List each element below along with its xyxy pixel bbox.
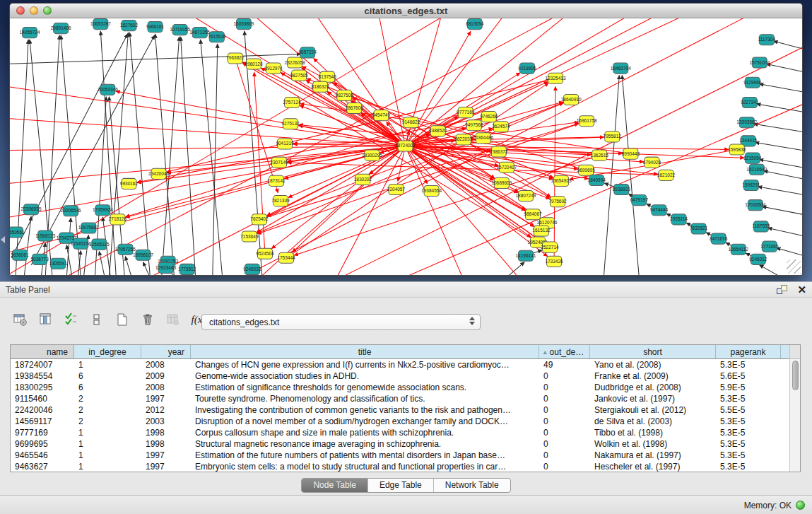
- graph-node[interactable]: 20364486: [473, 133, 493, 144]
- graph-node[interactable]: 1527602: [120, 21, 139, 31]
- graph-node[interactable]: 2718126: [109, 214, 127, 225]
- graph-node[interactable]: 1599291: [742, 180, 760, 190]
- graph-node[interactable]: 7386372: [490, 146, 508, 157]
- column-header-out_de[interactable]: ▵out_de…: [539, 345, 590, 358]
- graph-node[interactable]: 3624574: [492, 122, 510, 132]
- graph-node[interactable]: 19384554: [421, 185, 442, 196]
- graph-node[interactable]: 7615526: [208, 32, 226, 42]
- graph-node[interactable]: 1873141: [267, 175, 286, 186]
- graph-node[interactable]: 1840994: [588, 175, 606, 185]
- network-window-titlebar[interactable]: citations_edges.txt: [10, 4, 802, 18]
- graph-node[interactable]: 6650561: [10, 227, 25, 238]
- graph-node[interactable]: 16210643: [746, 164, 767, 175]
- graph-node[interactable]: 2757124: [283, 97, 301, 107]
- float-window-icon[interactable]: [777, 285, 787, 294]
- graph-node[interactable]: 9827505: [290, 70, 308, 81]
- vertical-scrollbar[interactable]: [789, 345, 800, 472]
- table-row[interactable]: 911546021997Tourette syndrome. Phenomeno…: [11, 393, 789, 404]
- graph-node[interactable]: 7975692: [548, 197, 567, 207]
- graph-node[interactable]: 11545154: [71, 238, 91, 249]
- row-stack-icon[interactable]: [89, 312, 105, 327]
- graph-node[interactable]: 8912974: [264, 63, 283, 74]
- graph-node[interactable]: 1733426: [545, 256, 563, 267]
- graph-node[interactable]: 13654923: [551, 175, 572, 186]
- graph-node[interactable]: 9041319: [276, 139, 294, 149]
- zoom-window-button[interactable]: [43, 6, 52, 15]
- graph-node[interactable]: 1753444: [277, 252, 295, 263]
- graph-node[interactable]: 15751074: [749, 57, 770, 68]
- graph-node[interactable]: 1773512: [178, 264, 196, 274]
- graph-node[interactable]: 9146821: [402, 117, 420, 128]
- close-window-button[interactable]: [16, 6, 25, 15]
- graph-node[interactable]: 12093582: [736, 117, 757, 128]
- graph-node[interactable]: 1595838: [728, 144, 746, 155]
- graph-node[interactable]: 6479197: [630, 195, 649, 206]
- table-row[interactable]: 969969511998Structural magnetic resonanc…: [11, 438, 789, 450]
- graph-node[interactable]: 18300295: [362, 150, 382, 160]
- collapse-panel-arrow-icon[interactable]: [1, 236, 5, 243]
- graph-node[interactable]: 8813054: [466, 19, 484, 30]
- graph-node[interactable]: 8471676: [710, 233, 728, 244]
- graph-node[interactable]: 11568123: [35, 230, 56, 241]
- network-canvas[interactable]: 1872400714055724208914061065328715276029…: [10, 18, 802, 275]
- graph-node[interactable]: 20206536: [61, 206, 81, 216]
- graph-node[interactable]: 1621022: [657, 170, 676, 180]
- graph-node[interactable]: 18724007: [395, 141, 416, 151]
- graph-node[interactable]: 5636061: [11, 250, 29, 260]
- graph-node[interactable]: 12505115: [89, 239, 110, 250]
- graph-node[interactable]: 14196141: [515, 250, 536, 261]
- graph-node[interactable]: 20891406: [51, 23, 71, 34]
- graph-node[interactable]: 10719155: [170, 25, 190, 35]
- column-header-title[interactable]: title: [191, 345, 539, 358]
- graph-node[interactable]: 1615132: [532, 226, 551, 236]
- graph-node[interactable]: 8960128: [245, 59, 263, 69]
- graph-node[interactable]: 1362615: [591, 150, 609, 160]
- graph-node[interactable]: 8186328: [312, 81, 330, 92]
- table-row[interactable]: 1938455462009Genome-wide association stu…: [11, 370, 789, 382]
- graph-node[interactable]: 15720407: [496, 162, 517, 173]
- window-resize-grip[interactable]: [787, 259, 801, 274]
- graph-node[interactable]: 10975887: [78, 223, 99, 233]
- table-row[interactable]: 1456911722003Disruption of a novel membe…: [11, 416, 789, 427]
- graph-node[interactable]: 10654112: [729, 244, 749, 255]
- graph-node[interactable]: 7963822: [226, 53, 245, 64]
- graph-node[interactable]: 8137546: [319, 71, 337, 82]
- graph-node[interactable]: 1305541: [49, 258, 68, 269]
- graph-node[interactable]: 6794028: [643, 157, 661, 168]
- column-header-short[interactable]: short: [590, 345, 716, 358]
- graph-node[interactable]: 9245033: [243, 264, 261, 274]
- graph-node[interactable]: 4275132: [281, 119, 300, 129]
- table-columns-icon[interactable]: [38, 312, 54, 327]
- graph-node[interactable]: 2935114: [670, 214, 688, 225]
- network-graph[interactable]: 1872400714055724208914061065328715276029…: [10, 18, 802, 275]
- graph-node[interactable]: 8454749: [372, 110, 391, 121]
- graph-node[interactable]: 12325413: [546, 73, 566, 83]
- tab-node-table[interactable]: Node Table: [302, 479, 367, 492]
- graph-node[interactable]: 16463794: [611, 63, 631, 74]
- graph-node[interactable]: 2204057: [387, 184, 406, 194]
- graph-node[interactable]: 9827508: [336, 90, 354, 100]
- table-row[interactable]: 1872400712008Changes of HCN gene express…: [11, 359, 789, 370]
- graph-node[interactable]: 9245012: [749, 254, 767, 264]
- column-header-name[interactable]: name: [11, 345, 74, 358]
- graph-node[interactable]: 16053809: [233, 19, 254, 30]
- graph-node[interactable]: 2867608: [346, 103, 364, 113]
- graph-node[interactable]: 7625402: [250, 214, 269, 225]
- graph-node[interactable]: 2388520: [429, 126, 447, 136]
- graph-node[interactable]: 7821339: [271, 196, 290, 206]
- select-all-rows-icon[interactable]: [64, 312, 79, 327]
- table-row[interactable]: 2242004622012Investigating the contribut…: [11, 404, 789, 416]
- graph-node[interactable]: 23226058: [285, 57, 305, 68]
- graph-node[interactable]: 5036773: [30, 254, 49, 264]
- column-header-year[interactable]: year: [141, 345, 191, 358]
- graph-node[interactable]: 18807249: [515, 191, 536, 201]
- graph-node[interactable]: 8215954: [743, 153, 762, 163]
- delete-trash-icon[interactable]: [140, 312, 155, 327]
- graph-node[interactable]: 9466161: [146, 22, 165, 33]
- table-row[interactable]: 977716911998Corpus callosum shape and si…: [11, 427, 789, 438]
- graph-node[interactable]: 9777169: [457, 107, 475, 118]
- graph-node[interactable]: 9474444: [650, 205, 669, 216]
- graph-node[interactable]: 16961758: [577, 116, 597, 127]
- graph-node[interactable]: 12923448: [155, 262, 176, 273]
- graph-node[interactable]: 8857224: [298, 47, 317, 58]
